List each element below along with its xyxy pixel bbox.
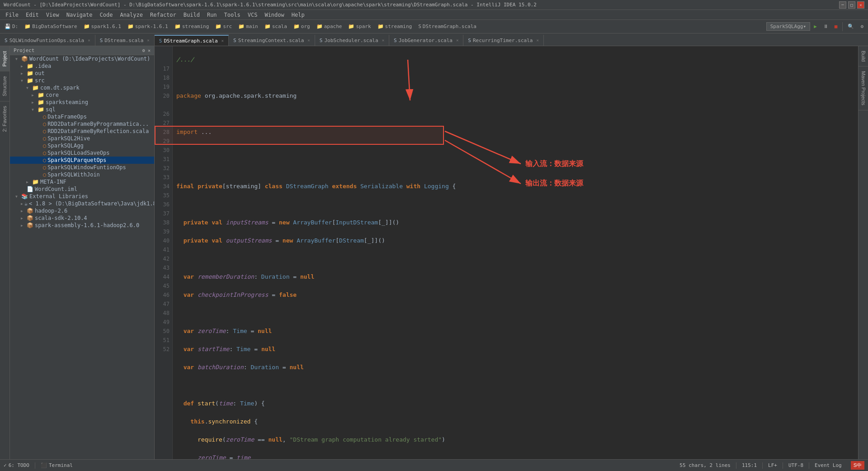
toolbar-spark-src[interactable]: 📁 spark-1.6.1 — [125, 23, 171, 30]
menu-window[interactable]: Window — [261, 11, 288, 19]
run-button[interactable]: ▶ — [811, 23, 820, 30]
panel-maven-button[interactable]: Maven Projects — [859, 67, 868, 110]
status-terminal[interactable]: ⬛ Terminal — [41, 462, 73, 468]
tab-dstream[interactable]: S DStream.scala ✕ — [95, 35, 155, 46]
toolbar-spark-pkg[interactable]: 📁 spark — [345, 23, 373, 30]
menu-code[interactable]: Code — [96, 11, 117, 19]
terminal-icon: ⬛ — [41, 462, 47, 468]
project-tree-header: Project ⚙ ✕ — [10, 46, 154, 55]
panel-build-button[interactable]: Build — [859, 46, 868, 67]
toolbar-src[interactable]: 📁 src — [212, 23, 235, 30]
folder-icon-sparksteaming: 📁 — [38, 99, 44, 105]
tree-item-idea[interactable]: ▶ 📁 .idea — [10, 62, 154, 70]
menu-run[interactable]: Run — [203, 11, 221, 19]
tab-recurringtimer[interactable]: S RecurringTimer.scala ✕ — [463, 35, 544, 46]
tree-item-rdd2refl[interactable]: ○ RDD2DataFrameByReflection.scala — [10, 128, 154, 135]
expand-icon: ▶ — [21, 209, 25, 213]
tree-item-spark-assembly[interactable]: ▶ 📦 spark-assembly-1.6.1-hadoop2.6.0 — [10, 222, 154, 229]
expand-icon: ▼ — [26, 86, 31, 90]
status-todo[interactable]: ✓ 6: TODO — [4, 462, 29, 468]
panel-structure-button[interactable]: Structure — [0, 71, 9, 101]
menu-help[interactable]: Help — [288, 11, 308, 19]
toolbar-separator — [842, 22, 843, 31]
tab-streamingcontext[interactable]: S StreamingContext.scala ✕ — [229, 35, 315, 46]
tree-item-sparksqlagg[interactable]: ○ SparkSQLAgg — [10, 142, 154, 149]
tree-item-sparksql2hive[interactable]: ○ SparkSQL2Hive — [10, 135, 154, 142]
search-everywhere-button[interactable]: 🔍 — [845, 23, 857, 30]
tree-item-metainf[interactable]: ▶ 📁 META-INF — [10, 178, 154, 186]
tree-item-sparksqlwith[interactable]: ○ SparkSQLWithJoin — [10, 171, 154, 178]
window-controls[interactable]: ─ □ ✕ — [839, 1, 864, 9]
tree-item-dataframeops[interactable]: ○ DataFrameOps — [10, 113, 154, 120]
menu-tools[interactable]: Tools — [221, 11, 244, 19]
code-line-19 — [176, 109, 854, 119]
sdk-icon: ☕ — [24, 200, 28, 207]
status-eventlog[interactable]: Event Log — [815, 462, 842, 468]
maximize-button[interactable]: □ — [848, 1, 855, 9]
extlibs-icon: 📚 — [21, 193, 28, 200]
stop-button[interactable]: ■ — [832, 23, 840, 30]
tree-item-wordcount[interactable]: ▼ 📦 WordCount (D:\IdeaProjects\WordCount… — [10, 55, 154, 62]
tree-item-sql[interactable]: ▼ 📁 sql — [10, 106, 154, 113]
close-button[interactable]: ✕ — [857, 1, 864, 9]
file-icon-sqlagg: ○ — [43, 143, 46, 149]
close-jobgen[interactable]: ✕ — [456, 38, 458, 43]
toolbar-drive[interactable]: 💾 D: — [2, 23, 21, 30]
debug-button[interactable]: ⏸ — [821, 23, 831, 30]
tree-item-sparksqlparquet[interactable]: ○ SparkSQLParquetOps — [10, 157, 154, 164]
toolbar-streaming-pkg[interactable]: 📁 streaming — [375, 23, 415, 30]
menu-navigate[interactable]: Navigate — [63, 11, 96, 19]
tree-item-src[interactable]: ▼ 📁 src — [10, 77, 154, 84]
drive-icon: 💾 — [5, 24, 11, 29]
tab-jobgenerator[interactable]: S JobGenerator.scala ✕ — [389, 35, 463, 46]
close-dstreamgraph[interactable]: ✕ — [222, 38, 224, 43]
panel-favorites-button[interactable]: 2: Favorites — [0, 101, 9, 136]
tree-item-sparksteaming[interactable]: ▶ 📁 sparksteaming — [10, 99, 154, 106]
toolbar-bigdata[interactable]: 📁 BigDataSoftware — [22, 23, 80, 30]
tab-dstreamgraph[interactable]: S DStreamGraph.scala ✕ — [155, 35, 229, 46]
tab-sqlwindow[interactable]: S SQLWindowFuntionOps.scala ✕ — [0, 35, 95, 46]
menu-analyze[interactable]: Analyze — [116, 11, 146, 19]
settings-button[interactable]: ⚙ — [858, 23, 866, 30]
menu-edit[interactable]: Edit — [22, 11, 42, 19]
close-jobsched[interactable]: ✕ — [382, 38, 384, 43]
run-config-selector[interactable]: SparkSQLAgg▾ — [766, 22, 810, 31]
tree-item-core[interactable]: ▶ 📁 core — [10, 91, 154, 99]
close-sqlwindow[interactable]: ✕ — [88, 38, 90, 43]
tree-item-extlibs[interactable]: ▼ 📚 External Libraries — [10, 193, 154, 200]
toolbar-apache[interactable]: 📁 apache — [314, 23, 345, 30]
close-streaming[interactable]: ✕ — [307, 38, 310, 43]
folder-icon-comdt: 📁 — [32, 85, 39, 91]
tree-item-rdd2prog[interactable]: ○ RDD2DataFrameByProgrammatica... — [10, 120, 154, 128]
tab-jobscheduler[interactable]: S JobScheduler.scala ✕ — [315, 35, 389, 46]
close-dstream[interactable]: ✕ — [147, 38, 149, 43]
tree-item-jdk[interactable]: ▶ ☕ < 1.8 > (D:\BigDataSoftware\Java\jdk… — [10, 200, 154, 207]
tree-item-out[interactable]: ▶ 📁 out — [10, 70, 154, 77]
status-encoding[interactable]: UTF-8 — [788, 462, 803, 468]
menu-build[interactable]: Build — [180, 11, 203, 19]
menu-view[interactable]: View — [42, 11, 63, 19]
toolbar-streaming[interactable]: 📁 streaming — [172, 23, 212, 30]
toolbar-main[interactable]: 📁 main — [236, 23, 261, 30]
toolbar-spark161[interactable]: 📁 spark1.6.1 — [81, 23, 124, 30]
tree-item-comdt[interactable]: ▼ 📁 com.dt.spark — [10, 84, 154, 91]
toolbar-dstreamgraph-file[interactable]: S DStreamGraph.scala — [415, 23, 479, 30]
menu-file[interactable]: File — [2, 11, 22, 19]
close-timer[interactable]: ✕ — [536, 38, 538, 43]
tree-item-sparksqlwindow[interactable]: ○ SparkSQLWindowFuntionOps — [10, 164, 154, 171]
menu-vcs[interactable]: VCS — [244, 11, 261, 19]
tree-item-hadoop[interactable]: ▶ 📦 hadoop-2.6 — [10, 207, 154, 214]
file-icon-sqlwith: ○ — [43, 171, 46, 178]
minimize-button[interactable]: ─ — [839, 1, 846, 9]
tree-item-wordcountiml[interactable]: 📄 WordCount.iml — [10, 186, 154, 193]
panel-project-button[interactable]: Project — [0, 46, 9, 71]
menu-refactor[interactable]: Refactor — [146, 11, 180, 19]
file-icon-sql2hive: ○ — [43, 135, 46, 142]
tree-item-sparksqlload[interactable]: ○ SparkSQLLoadSaveOps — [10, 149, 154, 157]
code-editor[interactable]: 17 18 19 20 26 27 28 29 30 31 32 33 34 3… — [155, 46, 858, 459]
toolbar-org[interactable]: 📁 org — [291, 23, 313, 30]
tree-item-scala-sdk[interactable]: ▶ 📦 scala-sdk-2.10.4 — [10, 214, 154, 222]
status-sep2 — [736, 462, 736, 469]
toolbar-scala-folder[interactable]: 📁 scala — [262, 23, 290, 30]
code-line-21 — [176, 146, 854, 155]
